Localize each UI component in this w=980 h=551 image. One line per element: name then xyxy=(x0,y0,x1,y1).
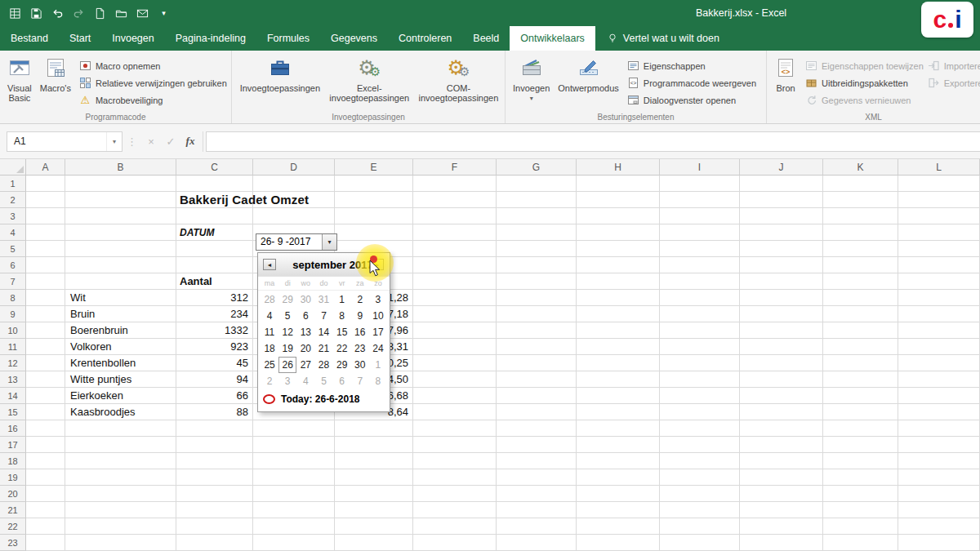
cell-title[interactable]: Bakkerij Cadet Omzet xyxy=(180,192,309,208)
com-invoegtoepassingen-button[interactable]: ⚙⚙ COM-invoegtoepassingen xyxy=(414,52,502,115)
cell-product-name[interactable]: Krentenbollen xyxy=(70,355,136,371)
worksheet[interactable]: ABCDEFGHIJKL 123456789101112131415161718… xyxy=(0,159,980,551)
enter-button[interactable]: ✓ xyxy=(161,131,180,152)
calendar-date[interactable]: 28 xyxy=(314,357,332,373)
calendar-date[interactable]: 20 xyxy=(296,340,314,357)
calendar-next-month-button[interactable]: ► xyxy=(371,259,384,270)
calendar-date[interactable]: 4 xyxy=(261,308,278,324)
date-picker-dropdown-button[interactable]: ▾ xyxy=(322,234,336,250)
cell-quantity[interactable]: 312 xyxy=(176,290,248,306)
row-header-23[interactable]: 23 xyxy=(0,535,26,551)
calendar-date[interactable]: 24 xyxy=(369,340,387,357)
cell-aantal-label[interactable]: Aantal xyxy=(180,273,212,290)
calendar-date[interactable]: 2 xyxy=(351,291,369,308)
excel-invoegtoepassingen-button[interactable]: ⚙⚙ Excel-invoegtoepassingen xyxy=(325,52,413,115)
calendar-date[interactable]: 28 xyxy=(261,291,278,308)
column-header-G[interactable]: G xyxy=(497,159,577,176)
calendar-date[interactable]: 18 xyxy=(261,340,278,357)
calendar-date[interactable]: 6 xyxy=(296,308,314,324)
row-header-7[interactable]: 7 xyxy=(0,273,26,290)
calendar-date[interactable]: 1 xyxy=(333,291,351,308)
open-folder-icon[interactable] xyxy=(114,7,128,20)
column-header-D[interactable]: D xyxy=(253,159,335,176)
row-header-13[interactable]: 13 xyxy=(0,371,26,388)
cell-product-name[interactable]: Kaasbroodjes xyxy=(70,404,136,420)
tab-bestand[interactable]: Bestand xyxy=(0,26,59,51)
cell-datum-label[interactable]: DATUM xyxy=(180,224,214,241)
calendar-date[interactable]: 13 xyxy=(296,324,314,340)
cell-quantity[interactable]: 88 xyxy=(176,404,248,420)
calendar-date[interactable]: 4 xyxy=(296,373,314,389)
cell-quantity[interactable]: 94 xyxy=(176,371,248,388)
redo-icon[interactable] xyxy=(72,7,86,20)
row-header-9[interactable]: 9 xyxy=(0,306,26,322)
calendar-date[interactable]: 5 xyxy=(278,308,296,324)
column-header-C[interactable]: C xyxy=(176,159,253,176)
column-header-K[interactable]: K xyxy=(823,159,898,176)
importeren-button[interactable]: Importeren xyxy=(928,59,980,73)
row-header-4[interactable]: 4 xyxy=(0,224,26,241)
eigenschappen-button[interactable]: Eigenschappen xyxy=(627,59,756,73)
macro-opnemen-button[interactable]: Macro opnemen xyxy=(79,59,227,73)
calendar-date[interactable]: 30 xyxy=(296,291,314,308)
column-header-B[interactable]: B xyxy=(65,159,176,176)
calendar-date[interactable]: 3 xyxy=(369,291,387,308)
cancel-button[interactable]: × xyxy=(141,131,161,152)
calendar-date[interactable]: 1 xyxy=(369,357,387,373)
excel-app-icon[interactable] xyxy=(8,7,22,20)
calendar-prev-month-button[interactable]: ◄ xyxy=(263,259,276,270)
customize-quick-access-icon[interactable]: ▾ xyxy=(157,7,171,20)
tab-ontwikkelaars[interactable]: Ontwikkelaars xyxy=(510,26,595,51)
calendar-date[interactable]: 27 xyxy=(296,357,314,373)
save-icon[interactable] xyxy=(29,7,43,20)
eigenschappen-toewijzen-button[interactable]: Eigenschappen toewijzen xyxy=(805,59,924,73)
column-header-A[interactable]: A xyxy=(26,159,65,176)
cell-product-name[interactable]: Volkoren xyxy=(70,339,112,355)
gegevens-vernieuwen-button[interactable]: Gegevens vernieuwen xyxy=(805,93,924,107)
tab-beeld[interactable]: Beeld xyxy=(462,26,510,51)
tab-formules[interactable]: Formules xyxy=(256,26,320,51)
calendar-today-row[interactable]: Today: 26-6-2018 xyxy=(258,389,390,411)
calendar-date[interactable]: 9 xyxy=(351,308,369,324)
tell-me-box[interactable]: Vertel wat u wilt doen xyxy=(607,26,719,51)
calendar-date[interactable]: 16 xyxy=(351,324,369,340)
select-all-corner[interactable] xyxy=(0,159,26,176)
row-header-5[interactable]: 5 xyxy=(0,241,26,257)
exporteren-button[interactable]: Exporteren xyxy=(928,76,980,90)
calendar-date[interactable]: 6 xyxy=(333,373,351,389)
row-header-12[interactable]: 12 xyxy=(0,355,26,371)
row-header-21[interactable]: 21 xyxy=(0,502,26,518)
column-header-J[interactable]: J xyxy=(740,159,823,176)
column-header-F[interactable]: F xyxy=(413,159,497,176)
email-icon[interactable] xyxy=(136,7,149,20)
uitbreidingspakketten-button[interactable]: Uitbreidingspakketten xyxy=(805,76,924,90)
insert-function-button[interactable]: fx xyxy=(180,131,200,152)
calendar-date[interactable]: 29 xyxy=(333,357,351,373)
tab-pagina-indeling[interactable]: Pagina-indeling xyxy=(165,26,256,51)
dialoogvenster-openen-button[interactable]: Dialoogvenster openen xyxy=(627,93,756,107)
calendar-date[interactable]: 8 xyxy=(333,308,351,324)
calendar-date[interactable]: 3 xyxy=(278,373,296,389)
row-header-16[interactable]: 16 xyxy=(0,420,26,437)
calendar-date[interactable]: 17 xyxy=(369,324,387,340)
invoegen-controls-button[interactable]: Invoegen ▾ xyxy=(509,52,554,115)
calendar-date[interactable]: 7 xyxy=(351,373,369,389)
cell-product-name[interactable]: Boerenbruin xyxy=(70,322,128,339)
row-header-14[interactable]: 14 xyxy=(0,388,26,404)
macros-button[interactable]: Macro's xyxy=(36,52,75,115)
name-box-dropdown-icon[interactable]: ▾ xyxy=(106,132,122,151)
column-header-H[interactable]: H xyxy=(577,159,660,176)
row-header-6[interactable]: 6 xyxy=(0,257,26,273)
column-header-L[interactable]: L xyxy=(898,159,980,176)
cell-product-name[interactable]: Eierkoeken xyxy=(70,388,123,404)
cell-quantity[interactable]: 234 xyxy=(176,306,248,322)
ontwerpmodus-button[interactable]: Ontwerpmodus xyxy=(554,52,623,115)
tab-start[interactable]: Start xyxy=(59,26,101,51)
calendar-date[interactable]: 29 xyxy=(278,291,296,308)
row-header-11[interactable]: 11 xyxy=(0,339,26,355)
row-header-22[interactable]: 22 xyxy=(0,518,26,535)
visual-basic-button[interactable]: VisualBasic xyxy=(3,52,36,115)
row-header-15[interactable]: 15 xyxy=(0,404,26,420)
column-header-I[interactable]: I xyxy=(660,159,740,176)
calendar-date[interactable]: 2 xyxy=(261,373,278,389)
